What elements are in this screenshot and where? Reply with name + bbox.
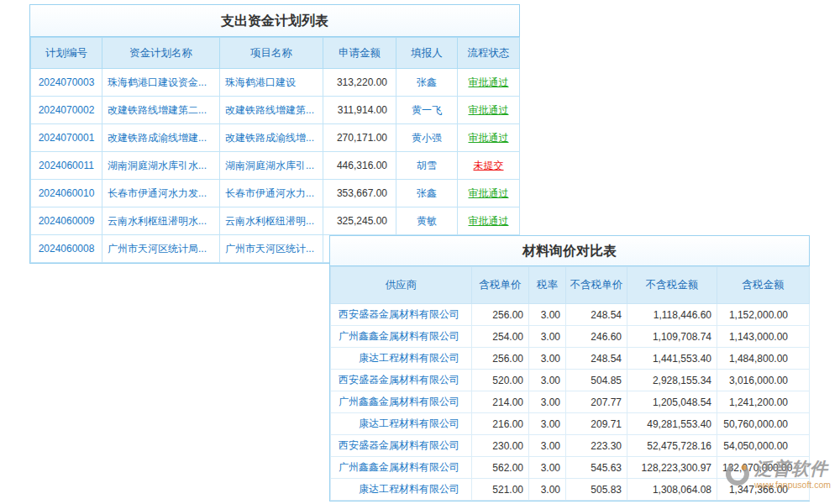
- table-row: 广州鑫鑫金属材料有限公司562.003.00545.63128,223,300.…: [331, 457, 810, 479]
- expenditure-fund-plan-panel: 支出资金计划列表 计划编号 资金计划名称 项目名称 申请金额 填报人 流程状态 …: [29, 4, 520, 264]
- material-inquiry-table: 供应商 含税单价 税率 不含税单价 不含税金额 含税金额 西安盛器金属材料有限公…: [330, 266, 810, 501]
- net-price-cell: 246.60: [566, 326, 627, 348]
- plan-id-cell[interactable]: 2024060008: [31, 235, 102, 263]
- plan-id-cell[interactable]: 2024070001: [31, 124, 102, 152]
- status-link[interactable]: 审批通过: [469, 103, 509, 118]
- supplier-cell[interactable]: 广州鑫鑫金属材料有限公司: [331, 391, 472, 413]
- net-price-cell: 248.54: [566, 304, 627, 326]
- project-name-cell[interactable]: 改建铁路成渝线增...: [220, 124, 323, 152]
- project-name-cell[interactable]: 珠海鹤港口建设: [220, 69, 323, 97]
- tax-amount-cell: 1,241,200.00: [717, 391, 810, 413]
- plan-id-cell[interactable]: 2024060011: [31, 152, 102, 180]
- reporter-cell[interactable]: 黄敏: [396, 207, 458, 235]
- project-name-cell[interactable]: 云南水利枢纽潜明...: [220, 207, 323, 235]
- table-row: 西安盛器金属材料有限公司520.003.00504.852,928,155.34…: [331, 370, 810, 391]
- table-row: 康达工程材料有限公司216.003.00209.7149,281,553.405…: [331, 413, 810, 435]
- net-amount-cell: 49,281,553.40: [627, 413, 717, 435]
- net-amount-cell: 1,308,064.08: [627, 479, 717, 501]
- project-name-cell[interactable]: 改建铁路线增建第...: [220, 97, 323, 124]
- apply-amount-cell: 446,316.00: [323, 152, 396, 180]
- reporter-cell[interactable]: 张鑫: [396, 180, 458, 207]
- col-header-fund-plan-name: 资金计划名称: [102, 38, 220, 69]
- apply-amount-cell: 311,914.00: [323, 97, 396, 124]
- status-link[interactable]: 审批通过: [469, 131, 509, 145]
- plan-id-cell[interactable]: 2024060009: [31, 207, 102, 235]
- supplier-cell[interactable]: 西安盛器金属材料有限公司: [331, 304, 472, 326]
- tax-price-cell: 256.00: [472, 348, 529, 370]
- flow-status-cell: 未提交: [458, 152, 520, 180]
- plan-id-cell[interactable]: 2024070003: [31, 69, 102, 97]
- col-header-project-name: 项目名称: [220, 38, 323, 69]
- fund-plan-name-cell[interactable]: 珠海鹤港口建设资金...: [102, 69, 220, 97]
- reporter-cell[interactable]: 黄一飞: [396, 97, 458, 124]
- tax-rate-cell: 3.00: [529, 370, 566, 391]
- fund-plan-name-cell[interactable]: 湖南洞庭湖水库引水...: [102, 152, 220, 180]
- tax-rate-cell: 3.00: [529, 304, 566, 326]
- project-name-cell[interactable]: 长春市伊通河水力...: [220, 180, 323, 207]
- flow-status-cell: 审批通过: [458, 180, 520, 207]
- tax-rate-cell: 3.00: [529, 413, 566, 435]
- tax-amount-cell: 1,152,000.00: [717, 304, 810, 326]
- apply-amount-cell: 325,245.00: [323, 207, 396, 235]
- supplier-cell[interactable]: 广州鑫鑫金属材料有限公司: [331, 326, 472, 348]
- status-link[interactable]: 审批通过: [469, 186, 509, 201]
- apply-amount-cell: 270,171.00: [323, 124, 396, 152]
- tax-amount-cell: 1,347,366.00: [717, 479, 810, 501]
- reporter-cell[interactable]: 张鑫: [396, 69, 458, 97]
- fund-plan-name-cell[interactable]: 长春市伊通河水力发...: [102, 180, 220, 207]
- col-header-tax-price: 含税单价: [472, 267, 529, 304]
- tax-price-cell: 230.00: [472, 435, 529, 457]
- table-row: 西安盛器金属材料有限公司256.003.00248.541,118,446.60…: [331, 304, 810, 326]
- supplier-cell[interactable]: 康达工程材料有限公司: [331, 348, 472, 370]
- project-name-cell[interactable]: 湖南洞庭湖水库引...: [220, 152, 323, 180]
- fund-plan-name-cell[interactable]: 广州市天河区统计局...: [102, 235, 220, 263]
- table-row: 2024060010长春市伊通河水力发...长春市伊通河水力...353,667…: [31, 180, 520, 207]
- supplier-cell[interactable]: 康达工程材料有限公司: [331, 479, 472, 501]
- tax-amount-cell: 1,143,000.00: [717, 326, 810, 348]
- table-row: 2024060009云南水利枢纽潜明水...云南水利枢纽潜明...325,245…: [31, 207, 520, 235]
- status-link[interactable]: 审批通过: [469, 76, 509, 90]
- status-link[interactable]: 未提交: [474, 159, 504, 173]
- tax-rate-cell: 3.00: [529, 479, 566, 501]
- fund-plan-table: 计划编号 资金计划名称 项目名称 申请金额 填报人 流程状态 202407000…: [30, 37, 520, 263]
- tax-rate-cell: 3.00: [529, 435, 566, 457]
- reporter-cell[interactable]: 胡雪: [396, 152, 458, 180]
- tax-price-cell: 520.00: [472, 370, 529, 391]
- reporter-cell[interactable]: 黄小强: [396, 124, 458, 152]
- col-header-tax-amount: 含税金额: [717, 267, 810, 304]
- net-price-cell: 207.77: [566, 391, 627, 413]
- supplier-cell[interactable]: 康达工程材料有限公司: [331, 413, 472, 435]
- net-amount-cell: 1,109,708.74: [627, 326, 717, 348]
- net-price-cell: 504.85: [566, 370, 627, 391]
- tax-rate-cell: 3.00: [529, 391, 566, 413]
- net-amount-cell: 128,223,300.97: [627, 457, 717, 479]
- fund-table-header-row: 计划编号 资金计划名称 项目名称 申请金额 填报人 流程状态: [31, 38, 520, 69]
- col-header-tax-rate: 税率: [529, 267, 566, 304]
- material-inquiry-panel: 材料询价对比表 供应商 含税单价 税率 不含税单价 不含税金额 含税金额 西安盛…: [329, 235, 810, 501]
- supplier-cell[interactable]: 广州鑫鑫金属材料有限公司: [331, 457, 472, 479]
- net-amount-cell: 1,205,048.54: [627, 391, 717, 413]
- apply-amount-cell: 353,667.00: [323, 180, 396, 207]
- table-row: 广州鑫鑫金属材料有限公司214.003.00207.771,205,048.54…: [331, 391, 810, 413]
- flow-status-cell: 审批通过: [458, 207, 520, 235]
- supplier-cell[interactable]: 西安盛器金属材料有限公司: [331, 435, 472, 457]
- fund-plan-name-cell[interactable]: 改建铁路线增建第二...: [102, 97, 220, 124]
- tax-price-cell: 214.00: [472, 391, 529, 413]
- net-price-cell: 223.30: [566, 435, 627, 457]
- apply-amount-cell: 313,220.00: [323, 69, 396, 97]
- plan-id-cell[interactable]: 2024070002: [31, 97, 102, 124]
- project-name-cell[interactable]: 广州市天河区统计...: [220, 235, 323, 263]
- col-header-net-amount: 不含税金额: [627, 267, 717, 304]
- fund-plan-name-cell[interactable]: 云南水利枢纽潜明水...: [102, 207, 220, 235]
- status-link[interactable]: 审批通过: [469, 214, 509, 228]
- col-header-net-price: 不含税单价: [566, 267, 627, 304]
- table-row: 广州鑫鑫金属材料有限公司254.003.00246.601,109,708.74…: [331, 326, 810, 348]
- tax-rate-cell: 3.00: [529, 457, 566, 479]
- tax-rate-cell: 3.00: [529, 326, 566, 348]
- fund-panel-title: 支出资金计划列表: [30, 5, 519, 37]
- supplier-cell[interactable]: 西安盛器金属材料有限公司: [331, 370, 472, 391]
- plan-id-cell[interactable]: 2024060010: [31, 180, 102, 207]
- fund-plan-name-cell[interactable]: 改建铁路成渝线增建...: [102, 124, 220, 152]
- tax-amount-cell: 50,760,000.00: [717, 413, 810, 435]
- table-row: 2024070003珠海鹤港口建设资金...珠海鹤港口建设313,220.00张…: [31, 69, 520, 97]
